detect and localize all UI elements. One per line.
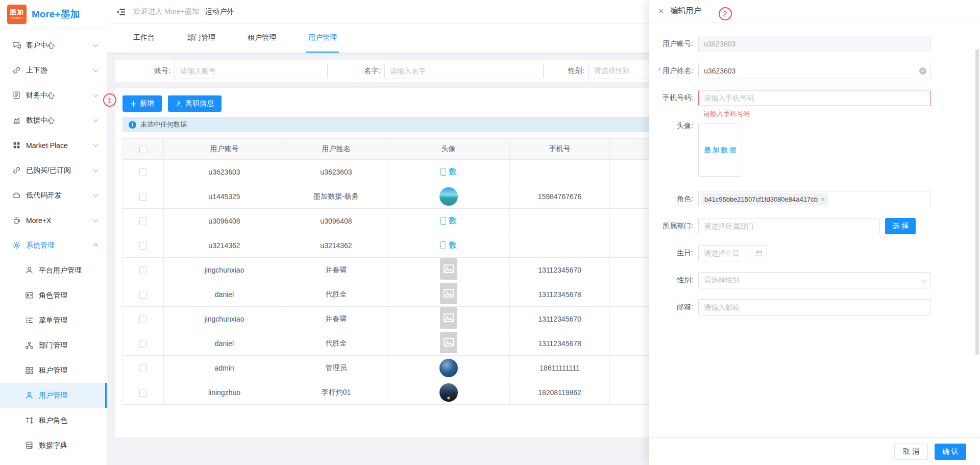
sidebar-item-4[interactable]: Market Place (0, 133, 107, 158)
sidebar-subitem-4[interactable]: 租户管理 (0, 358, 107, 383)
sidebar-item-0[interactable]: 客户中心 (0, 33, 107, 58)
link-icon (12, 166, 21, 175)
row-checkbox[interactable] (139, 217, 147, 225)
sidebar-item-3[interactable]: 数据中心 (0, 108, 107, 133)
chat-icon (12, 41, 21, 50)
email-input[interactable] (698, 299, 931, 315)
breadcrumb-current: 运动户外 (205, 7, 234, 16)
sidebar-item-label: 客户中心 (26, 41, 55, 50)
chevron-down-icon (93, 92, 99, 97)
sidebar-item-label: Market Place (26, 141, 68, 150)
tab-3[interactable]: 用户管理 (306, 24, 339, 53)
sidebar-item-label: 数据中心 (26, 116, 55, 125)
close-icon[interactable]: × (658, 7, 664, 16)
confirm-button[interactable]: 确 认 (935, 444, 966, 460)
cell-phone (510, 160, 610, 184)
menu-fold-icon[interactable] (116, 7, 126, 17)
row-checkbox[interactable] (139, 193, 147, 201)
doc-icon (12, 91, 21, 100)
cell-phone: 15984767676 (510, 184, 610, 209)
row-checkbox[interactable] (139, 364, 147, 372)
scrollbar-thumb[interactable] (975, 49, 979, 355)
sidebar-subitem-1[interactable]: 角色管理 (0, 283, 107, 308)
blocks-icon (25, 366, 34, 375)
sidebar-item-7[interactable]: More+X (0, 208, 107, 233)
cell-phone: 13112345670 (510, 258, 610, 282)
field-gender: 性别: 请选择性别 (649, 272, 980, 288)
phone-input[interactable] (698, 90, 931, 106)
row-checkbox[interactable] (139, 389, 147, 397)
name-input[interactable] (384, 63, 544, 79)
sidebar-subitem-label: 菜单管理 (39, 316, 67, 325)
row-checkbox[interactable] (139, 266, 147, 274)
select-all-checkbox[interactable] (139, 145, 147, 153)
broken-image-icon: 数 (440, 216, 457, 226)
chevron-down-icon (93, 67, 99, 72)
cancel-button[interactable]: 取 消 (894, 444, 928, 460)
image-placeholder-icon (440, 298, 457, 306)
cell-name: 代胜全 (285, 331, 387, 356)
sidebar-subitem-2[interactable]: 菜单管理 (0, 308, 107, 333)
sidebar-subitem-6[interactable]: 租户角色 (0, 408, 107, 433)
field-phone: 手机号码: (649, 90, 980, 106)
org-icon (25, 341, 34, 350)
avatar (439, 359, 458, 377)
brand-logo[interactable]: 墨加 MORE+ (7, 5, 27, 24)
sidebar-subitem-5[interactable]: 用户管理 (0, 383, 107, 408)
username-input[interactable] (698, 63, 931, 79)
cell-account: u1445325 (164, 184, 285, 209)
grid-icon (12, 141, 21, 150)
cell-phone: 13112345678 (510, 331, 610, 356)
cell-name: u3214362 (285, 233, 387, 258)
chevron-down-icon (922, 277, 927, 282)
sidebar-item-1[interactable]: 上下游 (0, 58, 107, 83)
chart-icon (12, 116, 21, 125)
phone-error-text: 请输入手机号码 (703, 109, 980, 118)
row-checkbox[interactable] (139, 315, 147, 323)
drawer-footer: 取 消 确 认 (649, 437, 980, 465)
sidebar-subitem-3[interactable]: 部门管理 (0, 333, 107, 358)
account-input[interactable] (175, 63, 328, 79)
sidebar-subitem-label: 数据字典 (39, 441, 67, 450)
avatar (439, 187, 458, 206)
sidebar-subitem-7[interactable]: 数据字典 (0, 433, 107, 458)
sidebar-item-label: 财务中心 (26, 91, 55, 100)
sidebar-item-8[interactable]: 系统管理 (0, 233, 107, 258)
cell-account: u3214362 (164, 233, 285, 258)
chevron-down-icon (93, 117, 99, 122)
row-checkbox[interactable] (139, 242, 147, 250)
avatar-upload-box[interactable]: 墨 加 数 据 (698, 124, 742, 177)
cell-avatar (387, 356, 510, 380)
link-icon (12, 66, 21, 75)
row-checkbox[interactable] (139, 340, 147, 348)
cell-phone: 13112345670 (510, 307, 610, 331)
field-role: 角色: b41c95bbe21507cf1fd3080e84a417cb × (649, 191, 980, 207)
sidebar-item-5[interactable]: 已购买/已订阅 (0, 158, 107, 183)
field-birthday: 生日: (649, 245, 980, 261)
required-star: * (658, 66, 661, 75)
department-input[interactable] (698, 218, 880, 234)
sidebar-subitem-0[interactable]: 平台用户管理 (0, 258, 107, 283)
add-button[interactable]: 新增 (122, 95, 162, 112)
tag-close-icon[interactable]: × (821, 195, 825, 203)
row-checkbox[interactable] (139, 291, 147, 299)
gender-select-drawer[interactable]: 请选择性别 (698, 272, 931, 288)
tab-2[interactable]: 租户管理 (246, 24, 278, 53)
row-checkbox[interactable] (139, 168, 147, 176)
clear-icon[interactable]: ✕ (919, 67, 926, 75)
chevron-down-icon (93, 42, 99, 47)
user-icon (25, 266, 34, 275)
sidebar-item-6[interactable]: 低代码开发 (0, 183, 107, 208)
textsize-icon (25, 416, 34, 425)
cell-name: 管理员 (285, 356, 387, 380)
department-select-button[interactable]: 选 择 (885, 218, 916, 234)
role-input[interactable]: b41c95bbe21507cf1fd3080e84a417cb × (698, 191, 931, 207)
sidebar-item-2[interactable]: 财务中心 (0, 83, 107, 108)
tab-1[interactable]: 部门管理 (185, 24, 217, 53)
cell-account: u3096408 (164, 209, 285, 233)
tab-0[interactable]: 工作台 (131, 24, 157, 53)
resigned-info-button[interactable]: 离职信息 (168, 95, 222, 112)
logo-row: 墨加 MORE+ More+墨加 (0, 0, 107, 29)
name-label: 名字: (364, 66, 380, 76)
idcard-icon (25, 291, 34, 300)
